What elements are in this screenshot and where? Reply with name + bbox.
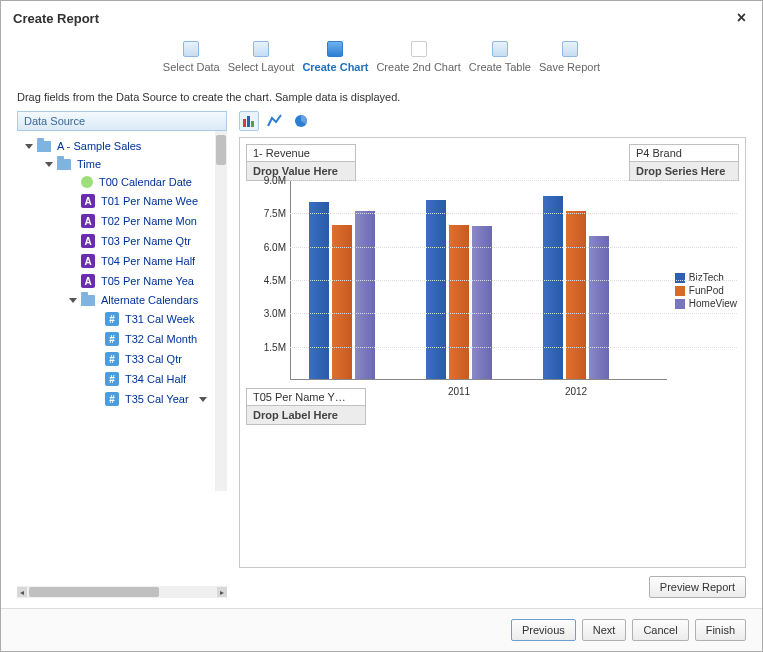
- measure-icon: #: [105, 312, 119, 326]
- tree-item[interactable]: Alternate Calendars: [21, 291, 223, 309]
- bar: [309, 202, 329, 379]
- chart-type-toolbar: [239, 111, 746, 137]
- tree-item[interactable]: AT05 Per Name Yea: [21, 271, 223, 291]
- line-chart-icon: [267, 113, 283, 129]
- tree-twisty-icon[interactable]: [69, 298, 77, 303]
- tree-item[interactable]: AT02 Per Name Mon: [21, 211, 223, 231]
- horizontal-scrollbar[interactable]: ◂ ▸: [17, 586, 227, 598]
- main-area: Data Source A - Sample SalesTimeT00 Cale…: [1, 111, 762, 608]
- data-source-panel: Data Source A - Sample SalesTimeT00 Cale…: [17, 111, 227, 598]
- step-select-layout[interactable]: Select Layout: [228, 41, 295, 73]
- y-axis-tick: 3.0M: [264, 308, 286, 319]
- tree-item[interactable]: A - Sample Sales: [21, 137, 223, 155]
- series-drop-zone[interactable]: P4 Brand Drop Series Here: [629, 144, 739, 181]
- data-source-tree[interactable]: A - Sample SalesTimeT00 Calendar DateAT0…: [17, 131, 227, 491]
- folder-icon: [57, 159, 71, 170]
- folder-icon: [37, 141, 51, 152]
- step-create-table[interactable]: Create Table: [469, 41, 531, 73]
- bar: [332, 225, 352, 379]
- bar: [426, 200, 446, 379]
- legend-swatch-icon: [675, 273, 685, 283]
- next-button[interactable]: Next: [582, 619, 627, 641]
- attribute-icon: A: [81, 254, 95, 268]
- wizard-stepper: Select DataSelect LayoutCreate ChartCrea…: [1, 35, 762, 83]
- y-axis-tick: 9.0M: [264, 175, 286, 186]
- legend-label: HomeView: [689, 298, 737, 309]
- scroll-left-arrow-icon[interactable]: ◂: [17, 587, 27, 597]
- close-icon[interactable]: ×: [733, 9, 750, 27]
- finish-button[interactable]: Finish: [695, 619, 746, 641]
- previous-button[interactable]: Previous: [511, 619, 576, 641]
- bar: [543, 196, 563, 379]
- tree-item[interactable]: AT01 Per Name Wee: [21, 191, 223, 211]
- tree-item[interactable]: #T32 Cal Month: [21, 329, 223, 349]
- step-label: Save Report: [539, 61, 600, 73]
- y-axis-tick: 4.5M: [264, 275, 286, 286]
- tree-item[interactable]: #T33 Cal Qtr: [21, 349, 223, 369]
- legend-label: BizTech: [689, 272, 724, 283]
- series-drop-field: P4 Brand: [630, 145, 738, 162]
- data-source-header: Data Source: [17, 111, 227, 131]
- step-indicator-icon: [411, 41, 427, 57]
- chart-canvas: 1- Revenue Drop Value Here P4 Brand Drop…: [239, 137, 746, 568]
- step-save-report[interactable]: Save Report: [539, 41, 600, 73]
- step-create-chart[interactable]: Create Chart: [302, 41, 368, 73]
- tree-item[interactable]: #T31 Cal Week: [21, 309, 223, 329]
- tree-item-label: T32 Cal Month: [125, 333, 197, 345]
- y-axis-tick: 7.5M: [264, 208, 286, 219]
- attribute-icon: A: [81, 214, 95, 228]
- step-create-2nd-chart[interactable]: Create 2nd Chart: [376, 41, 460, 73]
- tree-item[interactable]: AT03 Per Name Qtr: [21, 231, 223, 251]
- preview-report-button[interactable]: Preview Report: [649, 576, 746, 598]
- tree-wrap: A - Sample SalesTimeT00 Calendar DateAT0…: [17, 131, 227, 582]
- measure-icon: #: [105, 332, 119, 346]
- bar: [589, 236, 609, 379]
- legend-item: BizTech: [675, 272, 737, 283]
- tree-item[interactable]: #T35 Cal Year: [21, 389, 223, 409]
- create-report-dialog: Create Report × Select DataSelect Layout…: [0, 0, 763, 652]
- tree-item-label: T00 Calendar Date: [99, 176, 192, 188]
- vertical-scrollbar[interactable]: [215, 131, 227, 491]
- step-indicator-icon: [253, 41, 269, 57]
- grid-line: [290, 247, 737, 248]
- y-axis-tick: 6.0M: [264, 241, 286, 252]
- step-label: Create Chart: [302, 61, 368, 73]
- bar-group: [309, 202, 375, 379]
- pie-chart-icon: [293, 113, 309, 129]
- tree-item[interactable]: #T34 Cal Half: [21, 369, 223, 389]
- tree-item-label: T03 Per Name Qtr: [101, 235, 191, 247]
- step-indicator-icon: [492, 41, 508, 57]
- dialog-header: Create Report ×: [1, 1, 762, 35]
- dialog-footer: Previous Next Cancel Finish: [1, 608, 762, 651]
- tree-twisty-icon[interactable]: [45, 162, 53, 167]
- cancel-button[interactable]: Cancel: [632, 619, 688, 641]
- step-select-data[interactable]: Select Data: [163, 41, 220, 73]
- tree-item[interactable]: Time: [21, 155, 223, 173]
- vertical-scrollbar-thumb[interactable]: [216, 135, 226, 165]
- horizontal-scrollbar-thumb[interactable]: [29, 587, 159, 597]
- bar-chart-type-button[interactable]: [239, 111, 259, 131]
- tree-item-label: T34 Cal Half: [125, 373, 186, 385]
- step-label: Create 2nd Chart: [376, 61, 460, 73]
- bar-group: 2011: [426, 200, 492, 379]
- value-drop-zone[interactable]: 1- Revenue Drop Value Here: [246, 144, 356, 181]
- step-indicator-icon: [327, 41, 343, 57]
- tree-item-label: A - Sample Sales: [57, 140, 141, 152]
- step-label: Select Data: [163, 61, 220, 73]
- chevron-down-icon[interactable]: [199, 397, 207, 402]
- grid-line: [290, 313, 737, 314]
- dialog-title: Create Report: [13, 11, 99, 26]
- pie-chart-type-button[interactable]: [291, 111, 311, 131]
- chart-legend: BizTechFunPodHomeView: [675, 270, 737, 311]
- tree-item[interactable]: AT04 Per Name Half: [21, 251, 223, 271]
- clock-icon: [81, 176, 93, 188]
- legend-item: HomeView: [675, 298, 737, 309]
- svg-rect-1: [247, 116, 250, 127]
- instructions-text: Drag fields from the Data Source to crea…: [1, 83, 762, 111]
- tree-item[interactable]: T00 Calendar Date: [21, 173, 223, 191]
- scroll-right-arrow-icon[interactable]: ▸: [217, 587, 227, 597]
- tree-twisty-icon[interactable]: [25, 144, 33, 149]
- tree-item-label: Time: [77, 158, 101, 170]
- bar: [472, 226, 492, 379]
- line-chart-type-button[interactable]: [265, 111, 285, 131]
